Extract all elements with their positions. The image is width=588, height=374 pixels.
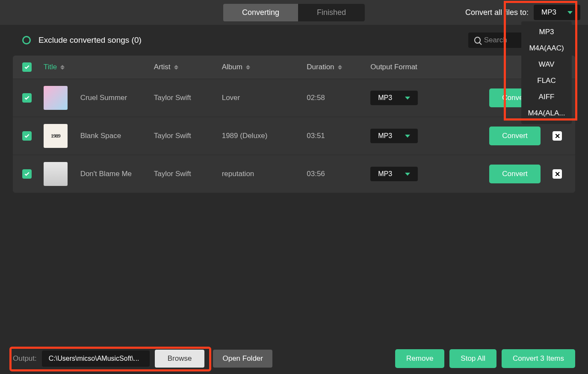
dropdown-option[interactable]: AIFF [521, 89, 572, 105]
column-artist-label: Artist [154, 63, 171, 71]
row-checkbox[interactable] [22, 169, 32, 179]
column-title[interactable]: Title [44, 63, 154, 71]
column-title-label: Title [44, 63, 57, 71]
row-format-select[interactable]: MP3 [370, 167, 418, 181]
convert-items-button[interactable]: Convert 3 Items [502, 349, 575, 368]
song-title: Cruel Summer [80, 94, 127, 102]
song-album: Lover [222, 94, 307, 102]
format-dropdown[interactable]: MP3 [534, 5, 580, 20]
convert-button[interactable]: Convert [489, 165, 541, 183]
column-album[interactable]: Album [222, 63, 307, 71]
select-all-checkbox[interactable] [22, 62, 32, 72]
format-dropdown-menu: MP3 M4A(AAC) WAV FLAC AIFF M4A(ALA... [521, 21, 572, 124]
remove-row-button[interactable]: ✕ [553, 169, 562, 179]
row-format-select[interactable]: MP3 [370, 91, 418, 105]
tabs: Converting Finished [223, 4, 365, 21]
exclude-toggle-icon[interactable] [22, 36, 31, 44]
format-selected-value: MP3 [541, 8, 556, 17]
dropdown-option[interactable]: FLAC [521, 73, 572, 89]
remove-button[interactable]: Remove [395, 349, 444, 368]
album-art: 1989 [44, 124, 68, 148]
sort-icon [338, 65, 342, 70]
dropdown-option[interactable]: M4A(AAC) [521, 40, 572, 56]
footer: Output: C:\Users\micso\AMusicSoft\... Br… [0, 343, 588, 374]
dropdown-option[interactable]: WAV [521, 56, 572, 73]
search-icon [474, 37, 481, 44]
column-output-format: Output Format [370, 63, 489, 71]
row-checkbox[interactable] [22, 131, 32, 141]
sort-icon [60, 65, 65, 70]
song-title: Blank Space [80, 132, 121, 140]
row-format-select[interactable]: MP3 [370, 129, 418, 143]
convert-button[interactable]: Convert [489, 127, 541, 145]
output-path-field[interactable]: C:\Users\micso\AMusicSoft\... [42, 350, 150, 367]
column-duration-label: Duration [307, 63, 334, 71]
column-album-label: Album [222, 63, 242, 71]
song-duration: 03:51 [307, 132, 370, 140]
song-artist: Taylor Swift [154, 170, 222, 178]
row-checkbox[interactable] [22, 93, 32, 103]
dropdown-option[interactable]: M4A(ALA... [521, 105, 572, 121]
section-header: Exclude converted songs (0) [0, 25, 588, 56]
chevron-down-icon [405, 135, 410, 138]
song-artist: Taylor Swift [154, 132, 222, 140]
sort-icon [174, 65, 178, 70]
table-row: Don't Blame Me Taylor Swift reputation 0… [13, 155, 575, 193]
song-album: reputation [222, 170, 307, 178]
row-format-value: MP3 [378, 94, 392, 102]
table-row: 1989Blank Space Taylor Swift 1989 (Delux… [13, 117, 575, 155]
column-duration[interactable]: Duration [307, 63, 370, 71]
row-format-value: MP3 [378, 170, 392, 178]
song-duration: 02:58 [307, 94, 370, 102]
convert-all-label: Convert all files to: [465, 8, 529, 17]
topbar: Converting Finished Convert all files to… [0, 0, 588, 25]
remove-row-button[interactable]: ✕ [553, 131, 562, 141]
song-album: 1989 (Deluxe) [222, 132, 307, 140]
tab-finished[interactable]: Finished [298, 4, 365, 21]
dropdown-option[interactable]: MP3 [521, 24, 572, 40]
table-body: Cruel Summer Taylor Swift Lover 02:58 MP… [13, 79, 575, 193]
table-header: Title Artist Album Duration Output Forma… [13, 56, 575, 79]
exclude-converted-label[interactable]: Exclude converted songs (0) [38, 35, 142, 45]
song-duration: 03:56 [307, 170, 370, 178]
chevron-down-icon [405, 97, 410, 100]
album-art [44, 162, 68, 186]
tab-converting[interactable]: Converting [223, 4, 298, 21]
column-artist[interactable]: Artist [154, 63, 222, 71]
row-format-value: MP3 [378, 132, 392, 140]
song-title: Don't Blame Me [80, 170, 132, 178]
chevron-down-icon [405, 173, 410, 176]
table-row: Cruel Summer Taylor Swift Lover 02:58 MP… [13, 79, 575, 117]
browse-button[interactable]: Browse [155, 350, 205, 368]
song-artist: Taylor Swift [154, 94, 222, 102]
chevron-down-icon [567, 11, 573, 14]
stop-all-button[interactable]: Stop All [449, 349, 496, 368]
song-table: Title Artist Album Duration Output Forma… [13, 56, 575, 193]
convert-all-section: Convert all files to: MP3 [465, 5, 580, 20]
output-label: Output: [13, 354, 37, 363]
album-art [44, 86, 68, 110]
open-folder-button[interactable]: Open Folder [213, 350, 272, 368]
sort-icon [246, 65, 250, 70]
